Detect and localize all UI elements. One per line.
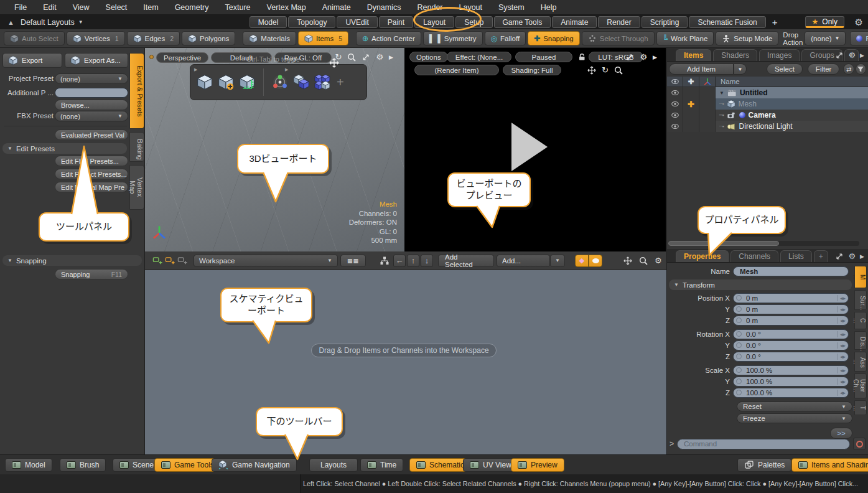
pvtab-surface[interactable]: Sur... <box>854 290 867 310</box>
channel-dot-icon[interactable] <box>736 354 742 359</box>
uv-view-button[interactable]: UV View <box>463 458 518 472</box>
spinner-icon[interactable]: ◂▸ <box>838 306 848 312</box>
select-through-button[interactable]: Select Through <box>582 31 655 45</box>
pvtab-assembly[interactable]: Ass ... <box>854 352 867 372</box>
menu-view[interactable]: View <box>65 3 98 12</box>
viewport-state-dot[interactable] <box>149 55 154 59</box>
channel-dot-icon[interactable] <box>736 378 742 384</box>
visibility-eye-icon[interactable] <box>667 87 683 98</box>
items-and-shading-button[interactable]: Items and Shading <box>791 458 868 472</box>
browse-button[interactable]: Browse... <box>55 100 128 110</box>
position-y-field[interactable]: 0 m◂▸ <box>733 304 849 314</box>
filter-button[interactable]: Filter <box>808 63 840 75</box>
tab-render[interactable]: Render <box>598 16 640 28</box>
position-x-field[interactable]: 0 m◂▸ <box>733 293 849 303</box>
scale-y-field[interactable]: 100.0 %◂▸ <box>733 377 849 387</box>
transform-section-header[interactable]: ▼Transform <box>669 279 852 290</box>
spinner-icon[interactable]: ◂▸ <box>838 331 848 337</box>
group-flag-icon[interactable]: ▶ <box>285 67 288 72</box>
eye-column-icon[interactable] <box>671 77 679 86</box>
preview-effect-selector[interactable]: Effect: (None... <box>447 52 511 62</box>
items-mode-button[interactable]: Items5 <box>298 31 348 45</box>
drop-action-dropdown[interactable]: (none)▼ <box>805 31 846 45</box>
item-row-directional-light[interactable]: ┈▪ Directional Light <box>667 121 868 132</box>
spinner-icon[interactable]: ◂▸ <box>838 354 848 360</box>
palette-model-button[interactable]: Model <box>5 458 52 472</box>
scale-x-field[interactable]: 100.0 %◂▸ <box>733 365 849 375</box>
menu-item[interactable]: Item <box>135 3 166 12</box>
layouts-button[interactable]: Layouts <box>309 458 358 472</box>
arrow-up-button[interactable]: ↑ <box>407 255 419 267</box>
vtab-baking[interactable]: Baking <box>129 132 144 162</box>
cube-add-tool-icon[interactable] <box>218 74 234 90</box>
magnifier-icon[interactable] <box>639 256 648 265</box>
snapping-button[interactable]: ✚Snapping <box>528 31 580 45</box>
command-history-button[interactable] <box>853 438 866 450</box>
evaluated-preset-values-button[interactable]: Evaluated Preset Val ... <box>55 129 128 140</box>
channel-dot-icon[interactable] <box>736 390 742 395</box>
pvtab-display[interactable]: Dis... <box>854 331 867 350</box>
tree-layout-icon[interactable] <box>380 256 390 266</box>
group-flag-icon[interactable]: ▶ <box>194 67 197 72</box>
item-name-field[interactable]: Mesh <box>733 266 849 276</box>
favorites-only-button[interactable]: ★Only <box>805 16 844 28</box>
rotate-icon[interactable]: ↻ <box>602 65 609 75</box>
tab-shaders[interactable]: Shaders <box>713 49 757 61</box>
pin-up-icon[interactable]: ▲ <box>0 19 21 26</box>
cube-dimensions-tool-icon[interactable] <box>239 74 255 90</box>
grid-view-button[interactable]: ▦▦ <box>340 255 366 267</box>
expand-icon[interactable] <box>835 252 844 261</box>
gear-icon[interactable]: ⚙ <box>848 50 856 60</box>
menu-system[interactable]: System <box>490 3 533 12</box>
item-name[interactable]: Camera <box>749 111 776 120</box>
axis-column-icon[interactable] <box>703 77 712 86</box>
instance-cubes-icon[interactable] <box>293 74 309 90</box>
palette-brush-button[interactable]: Brush <box>60 458 106 472</box>
unlock-icon[interactable] <box>577 52 586 61</box>
tab-scripting[interactable]: Scripting <box>642 16 688 28</box>
expand-icon[interactable] <box>362 53 370 62</box>
action-center-button[interactable]: ⊕Action Center <box>356 31 421 45</box>
preview-options-button[interactable]: Options <box>409 52 448 62</box>
axis-cell[interactable] <box>699 87 716 98</box>
render-item-selector[interactable]: (Render Item) <box>414 65 499 75</box>
menu-help[interactable]: Help <box>533 3 565 12</box>
show-channels-toggle[interactable]: ◆ <box>575 255 589 267</box>
arrow-down-button[interactable]: ↓ <box>421 255 433 267</box>
tab-lists[interactable]: Lists <box>780 250 812 262</box>
vtab-export-presets[interactable]: Export & Presets <box>129 53 144 129</box>
gear-icon[interactable]: ⚙ <box>655 256 662 265</box>
add-instance-icon[interactable] <box>177 256 187 266</box>
item-name[interactable]: Untitled <box>740 88 768 97</box>
gear-icon[interactable]: ⚙ <box>376 52 383 62</box>
lock-column-icon[interactable]: ✚ <box>683 77 699 87</box>
export-button[interactable]: Export <box>2 53 62 68</box>
menu-texture[interactable]: Texture <box>217 3 259 12</box>
item-row-camera[interactable]: ┈▪ Camera <box>667 110 868 121</box>
menu-vertex-map[interactable]: Vertex Map <box>259 3 314 12</box>
shading-selector[interactable]: Shading: Full <box>503 65 561 75</box>
menu-edit[interactable]: Edit <box>35 3 65 12</box>
axis-cell[interactable] <box>699 121 716 132</box>
spinner-icon[interactable]: ◂▸ <box>838 342 848 349</box>
render-preview-viewport[interactable]: Options Effect: (None... Paused LUT: sRG… <box>404 48 666 251</box>
edit-presets-header[interactable]: ▼Edit Presets <box>2 143 127 154</box>
pvtab-user-channels[interactable]: User Ch... <box>854 373 867 398</box>
gear-icon[interactable]: ⚙ <box>855 17 863 28</box>
tab-topology[interactable]: Topology <box>288 16 335 28</box>
tab-channels[interactable]: Channels <box>730 250 778 262</box>
name-column-header[interactable]: Name <box>716 78 740 85</box>
command-input[interactable] <box>677 439 850 449</box>
axis-cell[interactable] <box>699 110 716 121</box>
array-cubes-icon[interactable] <box>314 74 330 90</box>
rotation-z-field[interactable]: 0.0 °◂▸ <box>733 352 849 362</box>
vtab-vertex-map[interactable]: Vertex Map <box>129 165 144 210</box>
edges-mode-button[interactable]: Edges2 <box>127 31 180 45</box>
fbx-preset-dropdown[interactable]: (none)▼ <box>55 111 128 121</box>
channel-dot-icon[interactable] <box>736 295 742 301</box>
palette-scene-button[interactable]: Scene <box>113 458 161 472</box>
falloff-button[interactable]: ◎Falloff <box>485 31 526 45</box>
menu-select[interactable]: Select <box>98 3 136 12</box>
gear-icon[interactable]: ⚙ <box>848 251 856 261</box>
show-items-toggle[interactable] <box>589 255 602 267</box>
